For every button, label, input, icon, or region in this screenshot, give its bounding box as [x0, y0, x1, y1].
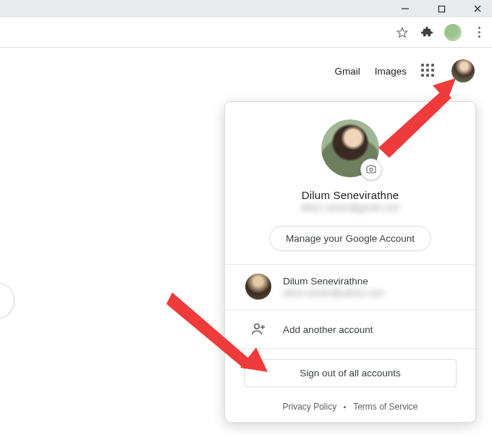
add-account-row[interactable]: Add another account — [225, 312, 475, 347]
chrome-profile-avatar[interactable] — [444, 24, 462, 41]
kebab-menu-icon[interactable] — [472, 25, 486, 40]
add-account-label: Add another account — [283, 324, 373, 335]
separator-dot — [344, 406, 346, 408]
account-row-name: Dilum Senevirathne — [283, 276, 385, 287]
account-name: Dilum Senevirathne — [302, 189, 399, 201]
google-apps-icon[interactable] — [421, 64, 436, 78]
popup-footer: Privacy Policy Terms of Service — [225, 392, 475, 412]
extensions-icon[interactable] — [420, 25, 434, 40]
account-hero: Dilum Senevirathne dilum.senev@gmail.com… — [225, 102, 475, 265]
divider — [225, 310, 475, 310]
divider — [225, 348, 475, 349]
account-popup: Dilum Senevirathne dilum.senev@gmail.com… — [224, 101, 476, 423]
sign-out-button[interactable]: Sign out of all accounts — [244, 359, 457, 387]
terms-link[interactable]: Terms of Service — [353, 402, 417, 412]
account-avatar[interactable] — [451, 59, 475, 83]
page-edge-circle — [0, 282, 14, 318]
manage-account-button[interactable]: Manage your Google Account — [269, 226, 431, 251]
svg-rect-1 — [438, 6, 444, 12]
privacy-link[interactable]: Privacy Policy — [282, 402, 336, 412]
camera-icon[interactable] — [360, 159, 382, 180]
account-row-avatar — [245, 274, 271, 300]
avatar-large-wrap — [321, 119, 379, 177]
browser-toolbar — [0, 17, 492, 48]
maximize-button[interactable] — [431, 0, 451, 17]
account-row-email: dilum.senev@yahoo.com — [283, 288, 385, 298]
images-link[interactable]: Images — [375, 66, 407, 77]
svg-point-4 — [370, 168, 373, 171]
account-email: dilum.senev@gmail.com — [301, 203, 399, 213]
minimize-button[interactable] — [395, 0, 415, 17]
bookmark-star-icon[interactable] — [395, 25, 410, 40]
close-button[interactable] — [467, 0, 488, 17]
svg-point-5 — [255, 324, 259, 329]
google-top-nav: Gmail Images — [0, 48, 492, 83]
person-add-icon — [245, 321, 271, 338]
window-titlebar — [0, 0, 492, 17]
gmail-link[interactable]: Gmail — [334, 66, 360, 77]
account-row[interactable]: Dilum Senevirathne dilum.senev@yahoo.com — [225, 265, 475, 308]
